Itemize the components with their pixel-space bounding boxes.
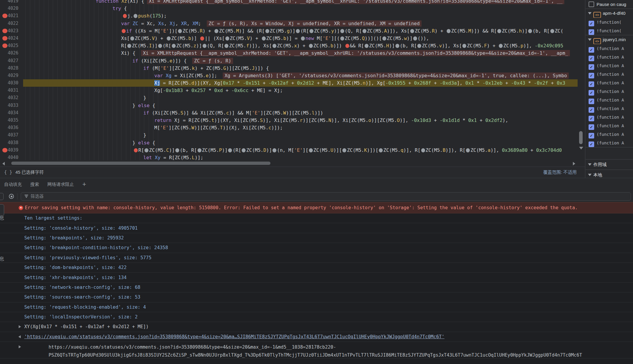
inline-breakpoint-candidate-icon[interactable] <box>178 29 182 33</box>
inline-breakpoint-candidate-icon[interactable] <box>395 44 399 48</box>
inline-breakpoint-candidate-icon[interactable] <box>340 36 344 41</box>
console-result-row[interactable]: 'https://xueqiu.com/statuses/v3/comments… <box>0 332 633 342</box>
inline-breakpoint-candidate-icon[interactable] <box>203 44 206 48</box>
breakpoint-item[interactable]: ✓(function A <box>586 70 633 78</box>
console-sidebar-sliver-label[interactable]: 息 <box>0 215 4 221</box>
inline-breakpoint-candidate-icon[interactable] <box>342 148 346 152</box>
breakpoint-item[interactable]: ✓(function A <box>586 44 633 53</box>
pause-on-caught-checkbox[interactable] <box>589 1 594 7</box>
breakpoint-checkbox[interactable]: ✓ <box>589 124 594 130</box>
breakpoint-checkbox[interactable]: ✓ <box>589 99 594 104</box>
scroll-down-arrow-icon[interactable] <box>579 147 583 149</box>
inline-breakpoint-active-icon[interactable] <box>200 36 204 41</box>
inline-breakpoint-candidate-icon[interactable] <box>228 148 232 152</box>
code-line[interactable]: 4032} <box>0 94 578 102</box>
code-line[interactable]: 4028if (M['E'][ZC(M5.k) + ZC(M5.G)][ZC(M… <box>0 65 578 72</box>
code-line[interactable]: 4026Xi) { Xi = XMLHttpRequest {__apm_sym… <box>0 49 578 57</box>
breakpoint-item[interactable]: ✓(function A <box>586 104 633 113</box>
inline-breakpoint-candidate-icon[interactable] <box>466 148 470 152</box>
breakpoint-checkbox[interactable]: ✓ <box>589 64 594 70</box>
console-log-row[interactable]: Setting: 'xhr-breakpoints', size: 134 <box>0 273 633 282</box>
code-line[interactable]: 4023if ((Xs = M['E'])[ZC(M5.R) + ZC(M5.M… <box>0 27 578 35</box>
inline-breakpoint-candidate-icon[interactable] <box>127 44 131 48</box>
inline-breakpoint-candidate-icon[interactable] <box>528 29 532 33</box>
breakpoint-item[interactable]: ✓!function( <box>586 26 633 35</box>
console-log-row[interactable]: Setting: 'request-blocking-enabled', siz… <box>0 302 633 312</box>
inline-breakpoint-active-icon[interactable] <box>134 148 138 152</box>
inline-breakpoint-candidate-icon[interactable] <box>145 148 148 152</box>
breakpoint-item[interactable]: ✓(function A <box>586 121 633 130</box>
inline-breakpoint-candidate-icon[interactable] <box>497 29 501 33</box>
inline-breakpoint-candidate-icon[interactable] <box>309 148 313 152</box>
breakpoint-item[interactable]: ✓(function A <box>586 87 633 96</box>
breakpoint-checkbox[interactable]: ✓ <box>589 141 594 147</box>
code-line[interactable]: 4029var Xg = Xi[ZC(M5.e)]; Xg = Argument… <box>0 72 578 79</box>
code-line[interactable]: 4035return Xj = R[ZC(M5.t)](XY, Xi[ZC(M5… <box>0 117 578 124</box>
breakpoint-checkbox[interactable]: ✓ <box>589 73 594 78</box>
code-line[interactable]: 4038} else { <box>0 139 578 146</box>
inline-breakpoint-active-icon[interactable] <box>122 29 126 33</box>
inline-breakpoint-candidate-icon[interactable] <box>273 44 276 48</box>
console-expression-row[interactable]: XY(Xg[0x17 * -0x151 + -0x12af + 0x2d12 +… <box>0 322 633 332</box>
inline-breakpoint-candidate-icon[interactable] <box>134 14 137 18</box>
inline-breakpoint-candidate-icon[interactable] <box>417 44 421 48</box>
inline-breakpoint-active-icon[interactable] <box>123 14 127 18</box>
breakpoint-checkbox[interactable]: ✓ <box>589 81 594 87</box>
expand-arrow-icon[interactable] <box>19 325 21 328</box>
console-error-row[interactable]: ✕ Error saving setting with name: consol… <box>0 202 633 213</box>
sidebar-section-作用域[interactable]: 作用域 <box>586 159 633 170</box>
inline-breakpoint-candidate-icon[interactable] <box>296 29 300 33</box>
code-line[interactable]: 4027if (Xi[ZC(M5.e)]) { ZC = ƒ (s, R) <box>0 57 578 65</box>
console-log-row[interactable]: Setting: 'console-history', size: 490570… <box>0 223 633 233</box>
code-line[interactable]: 4021j.push(175); <box>0 12 578 20</box>
breakpoint-item[interactable]: ✓(function A <box>586 53 633 61</box>
console-log-row[interactable]: Setting: 'breakpoints', size: 295932 <box>0 233 633 243</box>
code-line[interactable]: 4036M['E'][ZC(M5.W)][ZC(M5.T)](Xj, Xi[ZC… <box>0 124 578 131</box>
inline-breakpoint-candidate-icon[interactable] <box>340 29 344 33</box>
inline-breakpoint-candidate-icon[interactable] <box>550 29 554 33</box>
console-log-row[interactable]: Ten largest settings: <box>0 213 633 223</box>
inline-breakpoint-candidate-icon[interactable] <box>158 44 162 48</box>
inline-breakpoint-candidate-icon[interactable] <box>167 36 171 41</box>
breakpoint-checkbox[interactable]: ✓ <box>589 90 594 96</box>
inline-breakpoint-active-icon[interactable] <box>345 44 349 48</box>
breakpoint-checkbox[interactable]: ✓ <box>589 116 594 121</box>
code-line[interactable]: 4022var ZC = Xc, Xs, Xj, XR, XM; ZC = ƒ … <box>0 20 578 27</box>
editor-vertical-scrollbar[interactable] <box>579 131 583 144</box>
chevron-down-icon[interactable] <box>588 174 592 176</box>
breakpoint-checkbox[interactable]: ✓ <box>589 133 594 138</box>
code-line[interactable]: 4039R[ZC(M5.C)](b, R[ZC(M5.P)](R[ZC(M5.D… <box>0 146 578 154</box>
inline-breakpoint-candidate-icon[interactable] <box>225 44 228 48</box>
inline-breakpoint-candidate-icon[interactable] <box>301 36 305 41</box>
expand-arrow-icon[interactable] <box>19 345 21 348</box>
chevron-down-icon[interactable] <box>588 38 592 41</box>
pause-on-caught-row[interactable]: Pause on caug <box>586 0 633 9</box>
breakpoint-item[interactable]: ✓!function( <box>586 18 633 26</box>
inline-breakpoint-candidate-icon[interactable] <box>225 36 229 41</box>
drawer-tab-网络请求阻止[interactable]: 网络请求阻止 <box>47 182 74 187</box>
breakpoint-checkbox[interactable]: ✓ <box>589 107 594 113</box>
pretty-print-icon[interactable]: { } <box>4 170 12 175</box>
code-line[interactable]: 4030Xj = R[ZC(M5.d)](XY, Xg[0x17 * -0x15… <box>0 79 578 87</box>
inline-breakpoint-candidate-icon[interactable] <box>379 148 383 152</box>
inline-breakpoint-candidate-icon[interactable] <box>365 44 368 48</box>
inline-breakpoint-candidate-icon[interactable] <box>172 44 176 48</box>
breakpoint-item[interactable]: ✓(function A <box>586 130 633 138</box>
panel-divider[interactable] <box>585 0 585 178</box>
code-line[interactable]: 4034if (Xi[ZC(M5.S)] && Xi[ZC(M5.c)] && … <box>0 109 578 117</box>
horizontal-scroll-thumb[interactable] <box>11 162 270 165</box>
coverage-status[interactable]: 覆盖范围: 不适用 <box>543 170 577 175</box>
inline-breakpoint-candidate-icon[interactable] <box>363 29 366 33</box>
inline-breakpoint-candidate-icon[interactable] <box>410 29 414 33</box>
inline-breakpoint-candidate-icon[interactable] <box>447 29 451 33</box>
inline-breakpoint-candidate-icon[interactable] <box>413 36 417 41</box>
inline-breakpoint-candidate-icon[interactable] <box>273 148 276 152</box>
code-line[interactable]: 4040let Xy = R[ZC(M5.L)]; <box>0 154 578 160</box>
code-line[interactable]: 4037} <box>0 131 578 139</box>
inline-breakpoint-candidate-icon[interactable] <box>265 29 269 33</box>
console-log-row[interactable]: Setting: 'localInspectorVersion', size: … <box>0 312 633 322</box>
console-url-row[interactable]: https://xueqiu.com/statuses/v3/comments.… <box>0 342 633 358</box>
code-editor[interactable]: 4019function Xz(Xi) { Xi = XMLHttpReques… <box>0 0 578 160</box>
inline-breakpoint-candidate-icon[interactable] <box>242 148 246 152</box>
editor-horizontal-scrollbar[interactable] <box>0 160 578 167</box>
